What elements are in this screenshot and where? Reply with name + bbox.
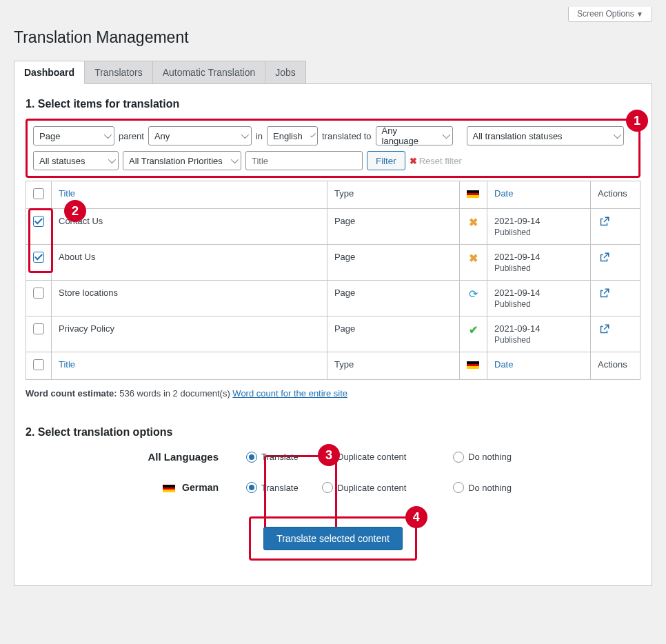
row-status[interactable]: ⟳ xyxy=(460,281,487,316)
opt-duplicate-label: Duplicate content xyxy=(337,483,406,493)
select-all-checkbox-bottom[interactable] xyxy=(33,359,44,370)
translate-action-icon[interactable] xyxy=(598,252,610,264)
german-translate-radio[interactable]: Translate xyxy=(246,482,322,493)
flag-de-icon xyxy=(467,190,479,198)
opt-nothing-label: Do nothing xyxy=(468,452,512,462)
row-title[interactable]: About Us xyxy=(52,245,327,281)
parent-select[interactable]: Any xyxy=(148,126,252,145)
row-date: 2021-09-14Published xyxy=(487,209,591,245)
translate-action-icon[interactable] xyxy=(598,323,610,336)
all-nothing-radio[interactable]: Do nothing xyxy=(453,452,556,463)
row-checkbox[interactable] xyxy=(33,216,44,227)
row-date: 2021-09-14Published xyxy=(487,245,591,281)
chevron-down-icon xyxy=(443,131,450,139)
page-title: Translation Management xyxy=(14,22,652,61)
row-date: 2021-09-14Published xyxy=(487,316,591,352)
source-lang-select[interactable]: English xyxy=(267,126,318,145)
title-filter-input[interactable] xyxy=(245,151,363,170)
post-type-select[interactable]: Page xyxy=(33,126,114,145)
german-row-label: German xyxy=(26,482,246,493)
radio-all-nothing[interactable] xyxy=(453,452,464,463)
tab-translators[interactable]: Translators xyxy=(85,61,153,83)
select-all-checkbox-top[interactable] xyxy=(33,188,44,199)
word-count-estimate: Word count estimate: 536 words in 2 docu… xyxy=(26,388,640,399)
translate-action-icon[interactable] xyxy=(598,216,610,228)
screen-options-toggle[interactable]: Screen Options xyxy=(568,7,652,22)
parent-value: Any xyxy=(154,131,170,141)
row-status[interactable]: ✔ xyxy=(460,316,487,352)
row-type: Page xyxy=(327,209,459,245)
german-nothing-radio[interactable]: Do nothing xyxy=(453,482,556,493)
col-date-foot[interactable]: Date xyxy=(487,352,591,380)
german-label: German xyxy=(182,482,219,493)
row-checkbox[interactable] xyxy=(33,323,44,334)
target-lang-value: Any language xyxy=(382,125,434,146)
opt-translate-label: Translate xyxy=(261,483,299,493)
col-type: Type xyxy=(327,181,459,209)
main-panel: 1. Select items for translation 1 Page p… xyxy=(14,83,652,586)
german-duplicate-radio[interactable]: Duplicate content xyxy=(322,482,453,493)
priority-value: All Translation Priorities xyxy=(129,156,223,166)
reset-filter-link[interactable]: ✖Reset filter xyxy=(410,156,462,166)
row-checkbox[interactable] xyxy=(33,288,44,299)
status-select[interactable]: All statuses xyxy=(33,151,119,170)
opt-nothing-label: Do nothing xyxy=(468,483,512,493)
radio-de-translate[interactable] xyxy=(246,482,257,493)
row-checkbox[interactable] xyxy=(33,252,44,263)
col-title-foot[interactable]: Title xyxy=(52,352,327,380)
row-title[interactable]: Privacy Policy xyxy=(52,316,327,352)
row-type: Page xyxy=(327,281,459,316)
chevron-down-icon xyxy=(231,156,239,163)
section1-heading: 1. Select items for translation xyxy=(26,98,640,110)
filter-button[interactable]: Filter xyxy=(367,151,405,170)
table-row: About UsPage✖2021-09-14Published xyxy=(26,245,640,281)
translate-action-icon[interactable] xyxy=(598,288,610,300)
radio-de-duplicate[interactable] xyxy=(322,482,333,493)
results-wrapper: 2 Title Type Date Actions Contact UsPage… xyxy=(26,181,640,380)
col-date[interactable]: Date xyxy=(487,181,591,209)
annotation-badge-2: 2 xyxy=(64,200,86,222)
parent-label: parent xyxy=(119,131,144,141)
annotation-badge-3: 3 xyxy=(318,444,340,466)
annotation-badge-4: 4 xyxy=(405,506,427,528)
col-lang-flag-foot xyxy=(460,352,487,380)
word-count-link[interactable]: Word count for the entire site xyxy=(232,388,347,399)
row-title[interactable]: Store locations xyxy=(52,281,327,316)
translate-selected-button[interactable]: Translate selected content xyxy=(263,527,403,550)
col-actions: Actions xyxy=(591,181,640,209)
target-lang-select[interactable]: Any language xyxy=(376,126,453,145)
tab-automatic-translation[interactable]: Automatic Translation xyxy=(153,61,266,83)
row-status[interactable]: ✖ xyxy=(460,209,487,245)
all-translate-radio[interactable]: Translate xyxy=(246,452,322,463)
submit-highlight: 4 Translate selected content xyxy=(249,516,417,561)
radio-all-translate[interactable] xyxy=(246,452,257,463)
translation-status-select[interactable]: All translation statuses xyxy=(467,126,624,145)
status-value: All statuses xyxy=(39,156,85,166)
row-type: Page xyxy=(327,316,459,352)
translated-to-label: translated to xyxy=(322,131,372,141)
chevron-down-icon xyxy=(104,131,112,139)
status-translated-icon: ✔ xyxy=(467,323,479,336)
priority-select[interactable]: All Translation Priorities xyxy=(123,151,241,170)
all-duplicate-radio[interactable]: Duplicate content xyxy=(322,452,453,463)
col-title[interactable]: Title xyxy=(52,181,327,209)
opt-duplicate-label: Duplicate content xyxy=(337,452,406,462)
word-count-text: 536 words in 2 document(s) xyxy=(119,388,230,399)
col-lang-flag xyxy=(460,181,487,209)
section2-heading: 2. Select translation options xyxy=(26,426,640,439)
reset-filter-label: Reset filter xyxy=(419,156,462,166)
row-title[interactable]: Contact Us xyxy=(52,209,327,245)
tab-dashboard[interactable]: Dashboard xyxy=(14,61,85,84)
all-languages-label: All Languages xyxy=(26,451,246,463)
chevron-down-icon xyxy=(108,156,116,163)
flag-de-icon xyxy=(163,485,175,492)
table-row: Contact UsPage✖2021-09-14Published xyxy=(26,209,640,245)
results-table: Title Type Date Actions Contact UsPage✖2… xyxy=(26,181,640,380)
translation-status-value: All translation statuses xyxy=(473,131,563,141)
row-status[interactable]: ✖ xyxy=(460,245,487,281)
screen-options-label: Screen Options xyxy=(577,9,634,19)
chevron-down-icon xyxy=(241,131,249,139)
in-label: in xyxy=(256,131,263,141)
radio-de-nothing[interactable] xyxy=(453,482,464,493)
tab-jobs[interactable]: Jobs xyxy=(265,61,306,83)
